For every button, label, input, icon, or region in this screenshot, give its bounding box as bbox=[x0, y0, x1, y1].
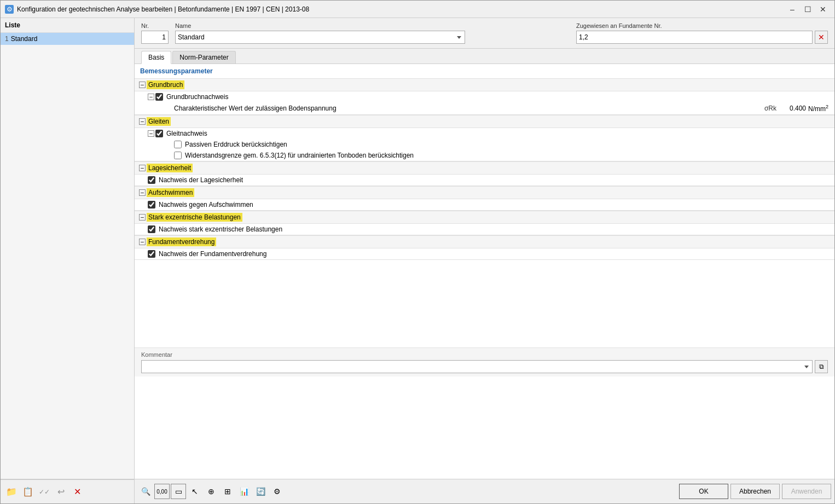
grundbruch-expand[interactable]: – bbox=[139, 82, 146, 88]
sidebar-item-num: 1 bbox=[5, 35, 9, 43]
bodenspannung-row: Charakteristischer Wert der zulässigen B… bbox=[135, 102, 834, 114]
nachweis-fundamentverdrehung-row: Nachweis der Fundamentverdrehung bbox=[135, 248, 834, 259]
gleitnachweis-checkbox[interactable] bbox=[155, 130, 163, 137]
close-button[interactable]: ✕ bbox=[816, 4, 830, 15]
nachweis-aufschwimmen-checkbox[interactable] bbox=[148, 201, 155, 208]
grundbruchnachweis-expand[interactable]: – bbox=[148, 94, 154, 100]
stark-label: Stark exzentrische Belastungen bbox=[147, 213, 242, 222]
bodenspannung-unit: N/mm2 bbox=[808, 104, 830, 113]
apply-button[interactable]: Anwenden bbox=[782, 484, 831, 499]
window-title: Konfiguration der geotechnischen Analyse… bbox=[17, 5, 785, 13]
grundbruchnachweis-label: Grundbruchnachweis bbox=[166, 93, 830, 101]
nachweis-stark-checkbox[interactable] bbox=[148, 225, 155, 233]
sidebar: Liste 1 Standard bbox=[1, 18, 135, 479]
stark-exzentrische-section: – Stark exzentrische Belastungen Nachwei… bbox=[135, 211, 834, 235]
widerstand-checkbox[interactable] bbox=[174, 152, 182, 159]
lagesicherheit-row: – Lagesicherheit bbox=[135, 161, 834, 175]
gleitnachweis-expand[interactable]: – bbox=[148, 130, 154, 137]
move-button[interactable]: ⊕ bbox=[204, 484, 219, 499]
comment-area: Kommentar ⧉ bbox=[135, 347, 834, 376]
name-select[interactable]: Standard bbox=[175, 31, 465, 44]
grundbruch-row: – Grundbruch bbox=[135, 78, 834, 91]
ok-button[interactable]: OK bbox=[679, 484, 728, 499]
sigma-rk-label: σRk bbox=[760, 105, 776, 112]
undo-button[interactable]: ↩ bbox=[53, 484, 68, 500]
nachweis-lage-checkbox[interactable] bbox=[148, 176, 155, 184]
widerstand-label: Widerstandsgrenze gem. 6.5.3(12) für und… bbox=[185, 152, 830, 159]
aufschwimmen-section: – Aufschwimmen Nachweis gegen Aufschwimm… bbox=[135, 186, 834, 211]
main-window: ⚙ Konfiguration der geotechnischen Analy… bbox=[0, 0, 835, 504]
title-bar: ⚙ Konfiguration der geotechnischen Analy… bbox=[1, 1, 834, 18]
gleitnachweis-row: – Gleitnachweis bbox=[135, 128, 834, 139]
lagesicherheit-label: Lagesicherheit bbox=[147, 164, 193, 172]
aufschwimmen-label: Aufschwimmen bbox=[147, 188, 194, 197]
sidebar-header: Liste bbox=[1, 18, 134, 33]
nr-label: Nr. bbox=[141, 22, 169, 29]
nachweis-lage-label: Nachweis der Lagesicherheit bbox=[159, 176, 830, 184]
clear-icon: ✕ bbox=[818, 33, 825, 42]
params-area: Bemessungsparameter – Grundbruch – Grund… bbox=[135, 64, 834, 479]
gleiten-expand[interactable]: – bbox=[139, 118, 146, 125]
zero-button[interactable]: 0,00 bbox=[154, 484, 170, 499]
lagesicherheit-expand[interactable]: – bbox=[139, 165, 146, 171]
aufschwimmen-expand[interactable]: – bbox=[139, 189, 146, 196]
settings-button[interactable]: ⚙ bbox=[269, 484, 285, 499]
sidebar-item-standard[interactable]: 1 Standard bbox=[1, 33, 134, 45]
square-button[interactable]: ▭ bbox=[171, 484, 186, 499]
nachweis-aufschwimmen-label: Nachweis gegen Aufschwimmen bbox=[159, 201, 830, 208]
name-label: Name bbox=[175, 22, 465, 29]
grundbruchnachweis-row: – Grundbruchnachweis bbox=[135, 91, 834, 102]
gleiten-section: – Gleiten – Gleitnachweis Passiven E bbox=[135, 115, 834, 161]
tab-basis[interactable]: Basis bbox=[141, 51, 171, 64]
nr-input[interactable] bbox=[141, 31, 169, 44]
app-icon: ⚙ bbox=[5, 5, 14, 14]
bodenspannung-value-area: σRk 0.400 N/mm2 bbox=[760, 104, 830, 113]
search-button[interactable]: 🔍 bbox=[138, 484, 153, 499]
cancel-button[interactable]: Abbrechen bbox=[730, 484, 780, 499]
comment-select[interactable] bbox=[141, 360, 813, 373]
form-header: Nr. Name Standard Zugewiesen an Fundamen… bbox=[135, 18, 834, 49]
assigned-section: Zugewiesen an Fundamente Nr. ✕ bbox=[576, 22, 828, 44]
check-button[interactable]: ✓✓ bbox=[37, 484, 52, 500]
bodenspannung-value: 0.400 bbox=[779, 105, 806, 112]
comment-copy-button[interactable]: ⧉ bbox=[815, 360, 828, 373]
copy-icon: ⧉ bbox=[819, 363, 824, 370]
table-button[interactable]: 📊 bbox=[236, 484, 252, 499]
main-toolbar: 🔍 0,00 ▭ ↖ ⊕ ⊞ 📊 🔄 ⚙ bbox=[135, 479, 676, 503]
gleiten-label: Gleiten bbox=[147, 117, 171, 126]
passiven-checkbox[interactable] bbox=[174, 141, 182, 148]
assigned-clear-button[interactable]: ✕ bbox=[815, 31, 828, 44]
assigned-row: ✕ bbox=[576, 31, 828, 44]
top-area: Liste 1 Standard Nr. Name bbox=[1, 18, 834, 479]
nachweis-aufschwimmen-row: Nachweis gegen Aufschwimmen bbox=[135, 199, 834, 210]
name-field-group: Name Standard bbox=[175, 22, 465, 44]
widerstand-row: Widerstandsgrenze gem. 6.5.3(12) für und… bbox=[135, 150, 834, 161]
cursor-button[interactable]: ↖ bbox=[187, 484, 202, 499]
assigned-input[interactable] bbox=[576, 31, 813, 44]
tab-norm-parameter[interactable]: Norm-Parameter bbox=[172, 51, 235, 63]
bottom-toolbar: 📁 📋 ✓✓ ↩ ✕ 🔍 0,00 ▭ ↖ ⊕ ⊞ 📊 🔄 ⚙ OK Abbre… bbox=[1, 479, 834, 503]
passiven-label: Passiven Erddruck berücksichtigen bbox=[185, 141, 830, 148]
fundamentverdrehung-expand[interactable]: – bbox=[139, 239, 146, 245]
copy-button[interactable]: 📋 bbox=[20, 484, 36, 500]
nachweis-fundamentverdrehung-checkbox[interactable] bbox=[148, 250, 155, 258]
empty-space bbox=[135, 260, 834, 347]
grundbruchnachweis-checkbox[interactable] bbox=[155, 93, 163, 101]
delete-button[interactable]: ✕ bbox=[69, 484, 85, 500]
stark-row: – Stark exzentrische Belastungen bbox=[135, 211, 834, 224]
add-button[interactable]: 📁 bbox=[4, 484, 19, 500]
gleiten-row: – Gleiten bbox=[135, 115, 834, 128]
gleitnachweis-label: Gleitnachweis bbox=[166, 130, 830, 137]
fundamentverdrehung-label: Fundamentverdrehung bbox=[147, 237, 216, 246]
select-button[interactable]: ⊞ bbox=[220, 484, 235, 499]
maximize-button[interactable]: ☐ bbox=[801, 4, 815, 15]
window-controls: – ☐ ✕ bbox=[785, 4, 830, 15]
bodenspannung-label: Charakteristischer Wert der zulässigen B… bbox=[174, 105, 760, 112]
stark-expand[interactable]: – bbox=[139, 214, 146, 221]
nachweis-stark-label: Nachweis stark exzentrischer Belastungen bbox=[159, 225, 830, 233]
clock-button[interactable]: 🔄 bbox=[253, 484, 268, 499]
minimize-button[interactable]: – bbox=[785, 4, 799, 15]
main-content: Liste 1 Standard Nr. Name bbox=[1, 18, 834, 503]
nachweis-stark-row: Nachweis stark exzentrischer Belastungen bbox=[135, 224, 834, 235]
lagesicherheit-section: – Lagesicherheit Nachweis der Lagesicher… bbox=[135, 161, 834, 186]
